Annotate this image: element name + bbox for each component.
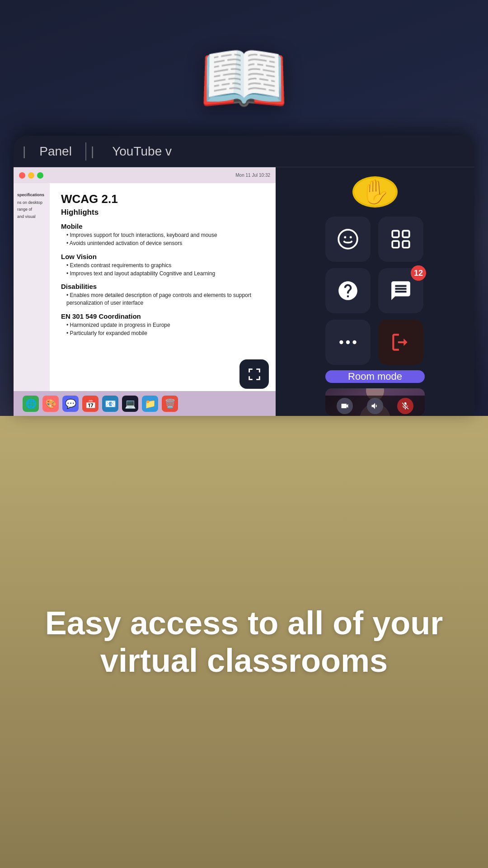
tab-panel[interactable]: Panel <box>26 142 86 160</box>
question-icon <box>337 279 359 302</box>
smiley-icon <box>337 228 359 250</box>
dock-app5[interactable]: 📧 <box>102 396 118 412</box>
svg-point-0 <box>338 230 357 249</box>
content-area: Mon 11 Jul 10:32 specifications ns on de… <box>14 167 474 416</box>
section-vision-bullet-2: • Improves text and layout adaptability … <box>66 270 264 278</box>
mac-sidebar: specifications ns on desktop range of an… <box>14 183 50 391</box>
speaker-icon <box>371 401 380 410</box>
dock-app2[interactable]: 🎨 <box>42 396 59 412</box>
mac-screen: Mon 11 Jul 10:32 specifications ns on de… <box>14 167 276 416</box>
mic-toggle-button[interactable] <box>397 398 413 414</box>
top-section: 📖 | Panel | YouTube v Mon 11 Jul 10:32 <box>0 0 488 416</box>
icon-grid: 12 <box>325 217 425 365</box>
camera-toggle-button[interactable] <box>337 398 353 414</box>
svg-point-1 <box>344 236 346 238</box>
svg-rect-4 <box>403 231 409 237</box>
logout-icon <box>389 331 412 354</box>
question-button[interactable] <box>325 268 371 313</box>
doc-subtitle: Highlights <box>61 208 264 217</box>
panel-card: | Panel | YouTube v Mon 11 Jul 10:32 spe… <box>14 136 474 416</box>
tab-divider-left: | <box>23 144 26 159</box>
mac-content-area: specifications ns on desktop range of an… <box>14 183 276 391</box>
expand-button[interactable] <box>239 359 269 389</box>
dock-chrome[interactable]: 🌐 <box>23 396 39 412</box>
section-mobile-bullet-1: • Improves support for touch interaction… <box>66 231 264 239</box>
tab-divider-mid: | <box>91 144 94 159</box>
doc-title: WCAG 2.1 <box>61 192 264 206</box>
mac-close-btn[interactable] <box>19 172 25 179</box>
dock-discord[interactable]: 💬 <box>62 396 79 412</box>
section-vision-bullet-1: • Extends contrast requirements to graph… <box>66 262 264 269</box>
chat-badge: 12 <box>411 265 426 281</box>
section-mobile-bullet-2: • Avoids unintended activation of device… <box>66 240 264 247</box>
bottom-section: Easy access to all of your virtual class… <box>0 416 488 868</box>
dock-trash[interactable]: 🗑️ <box>162 396 178 412</box>
section-mobile-title: Mobile <box>61 222 264 230</box>
svg-point-8 <box>346 340 350 344</box>
section-en-bullet-1: • Harmonized update in progress in Europ… <box>66 321 264 329</box>
sidebar-specs: specifications ns on desktop range of an… <box>17 192 46 220</box>
section-en-title: EN 301 549 Coordination <box>61 312 264 320</box>
grid-icon <box>389 228 412 250</box>
mac-maximize-btn[interactable] <box>37 172 43 179</box>
mac-titlebar: Mon 11 Jul 10:32 <box>14 167 276 183</box>
dock-app4[interactable]: 📅 <box>82 396 99 412</box>
dock-files[interactable]: 📁 <box>142 396 158 412</box>
mac-document: WCAG 2.1 Highlights Mobile • Improves su… <box>50 183 276 391</box>
grid-button[interactable] <box>378 217 423 262</box>
more-button[interactable] <box>325 320 371 365</box>
mac-dock: 🌐 🎨 💬 📅 📧 💻 📁 🗑️ <box>14 391 276 416</box>
svg-rect-6 <box>403 241 409 248</box>
camera-icon <box>340 401 349 410</box>
chat-button[interactable]: 12 <box>378 268 423 313</box>
section-en-bullet-2: • Particularly for expanded mobile <box>66 330 264 337</box>
tab-youtube[interactable]: YouTube v <box>99 142 185 160</box>
logout-button[interactable] <box>378 320 423 365</box>
room-mode-label: Room mode <box>348 371 402 382</box>
speaker-toggle-button[interactable] <box>367 398 383 414</box>
svg-point-9 <box>352 340 356 344</box>
video-controls <box>325 396 425 416</box>
mic-off-icon <box>401 401 410 410</box>
hand-raise-button[interactable]: ✋ <box>352 176 398 208</box>
svg-point-7 <box>339 340 343 344</box>
room-mode-button[interactable]: Room mode <box>325 370 425 383</box>
hand-emoji: ✋ <box>361 178 390 206</box>
book-emoji: 📖 <box>199 36 289 121</box>
chat-icon <box>389 279 412 302</box>
section-disabilities-title: Disabilities <box>61 283 264 290</box>
dock-terminal[interactable]: 💻 <box>122 396 138 412</box>
section-vision-title: Low Vision <box>61 253 264 260</box>
svg-rect-5 <box>392 241 399 248</box>
video-thumbnail <box>325 388 425 416</box>
smiley-button[interactable] <box>325 217 371 262</box>
tab-bar: | Panel | YouTube v <box>14 136 474 167</box>
section-disabilities-bullet-1: • Enables more detailed description of p… <box>66 292 264 307</box>
expand-icon <box>247 367 262 382</box>
controls-panel: ✋ <box>276 167 474 416</box>
more-icon <box>337 331 359 354</box>
svg-point-2 <box>350 236 352 238</box>
mac-minimize-btn[interactable] <box>28 172 34 179</box>
bottom-headline: Easy access to all of your virtual class… <box>36 604 452 679</box>
svg-rect-3 <box>392 231 399 237</box>
